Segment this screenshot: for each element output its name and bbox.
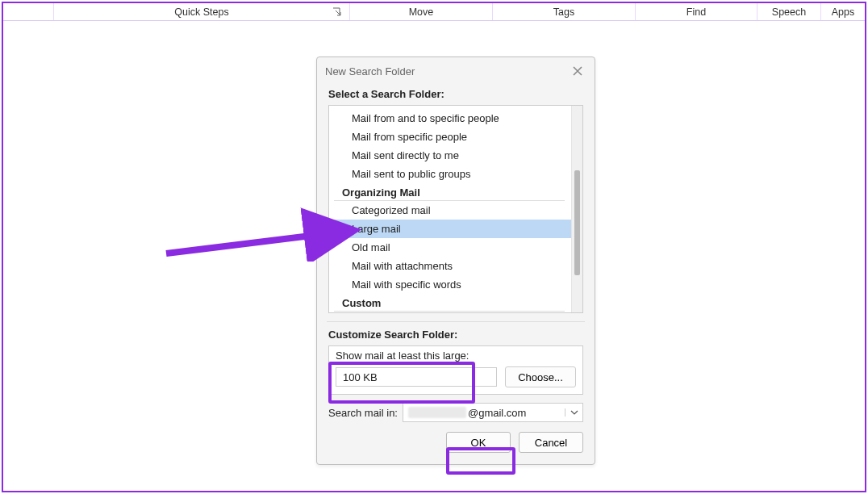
screenshot-frame: Quick Steps Move Tags Find Speech Apps N… [2,2,866,492]
list-scrollbar[interactable] [571,106,582,312]
search-mail-in-combo[interactable]: @gmail.com [403,403,583,422]
dialog-title: New Search Folder [325,65,415,77]
dialog-titlebar: New Search Folder [317,57,595,85]
ribbon-groups: Quick Steps Move Tags Find Speech Apps [3,3,865,21]
search-mail-in-label: Search mail in: [328,407,398,419]
chevron-down-icon [570,408,578,417]
list-item[interactable]: Mail sent to public groups [329,165,571,183]
folder-list-inner[interactable]: Mail from and to specific peopleMail fro… [329,106,571,312]
scrollbar-thumb[interactable] [574,170,580,275]
ribbon-spacer [3,3,53,20]
divider [327,321,585,322]
ribbon-group-move[interactable]: Move [350,3,492,20]
ribbon-group-label: Find [682,6,711,18]
mail-size-field[interactable]: 100 KB [336,367,497,387]
list-item[interactable]: Large mail [329,220,571,238]
close-button[interactable] [569,62,586,80]
search-mail-in-value: @gmail.com [403,407,565,419]
list-item[interactable]: Create a custom Search Folder [329,312,571,312]
account-suffix: @gmail.com [468,407,526,419]
redacted-account-prefix [408,407,466,418]
ribbon-group-label: Apps [827,6,860,18]
dialog-button-row: OK Cancel [328,432,583,453]
choose-button[interactable]: Choose... [505,366,576,387]
ribbon-group-quick-steps[interactable]: Quick Steps [54,3,349,20]
dialog-launcher-icon[interactable] [330,5,344,19]
ribbon-group-tags[interactable]: Tags [493,3,635,20]
mail-size-value: 100 KB [343,371,378,383]
list-group-header: Custom [334,295,565,312]
list-item[interactable]: Old mail [329,238,571,257]
list-item[interactable]: Mail with specific words [329,275,571,294]
list-item[interactable]: Mail with attachments [329,257,571,275]
list-item[interactable]: Mail sent directly to me [329,146,571,165]
ribbon-group-label: Quick Steps [169,6,233,18]
search-mail-in-row: Search mail in: @gmail.com [328,403,583,422]
list-item[interactable]: Mail from and to specific people [329,109,571,128]
new-search-folder-dialog: New Search Folder Select a Search Folder… [316,57,595,465]
list-item[interactable]: Categorized mail [329,201,571,220]
customize-box: Show mail at least this large: 100 KB Ch… [328,345,583,395]
ribbon-group-find[interactable]: Find [636,3,757,20]
close-icon [573,66,582,76]
dialog-body: Select a Search Folder: Mail from and to… [317,88,595,464]
list-group-header: Organizing Mail [334,185,565,201]
ribbon-group-label: Tags [549,6,579,18]
cancel-button[interactable]: Cancel [519,432,583,453]
list-item[interactable]: Mail from specific people [329,128,571,146]
ribbon-group-speech[interactable]: Speech [757,3,820,20]
customize-label: Customize Search Folder: [328,329,583,341]
ribbon-group-label: Move [404,6,439,18]
search-folder-list: Mail from and to specific peopleMail fro… [328,105,583,313]
ribbon-group-apps[interactable]: Apps [821,3,865,20]
ok-button[interactable]: OK [446,432,511,453]
show-mail-size-label: Show mail at least this large: [336,350,576,362]
combo-dropdown-button[interactable] [565,408,582,417]
ribbon-group-label: Speech [767,6,811,18]
select-folder-label: Select a Search Folder: [328,88,583,100]
